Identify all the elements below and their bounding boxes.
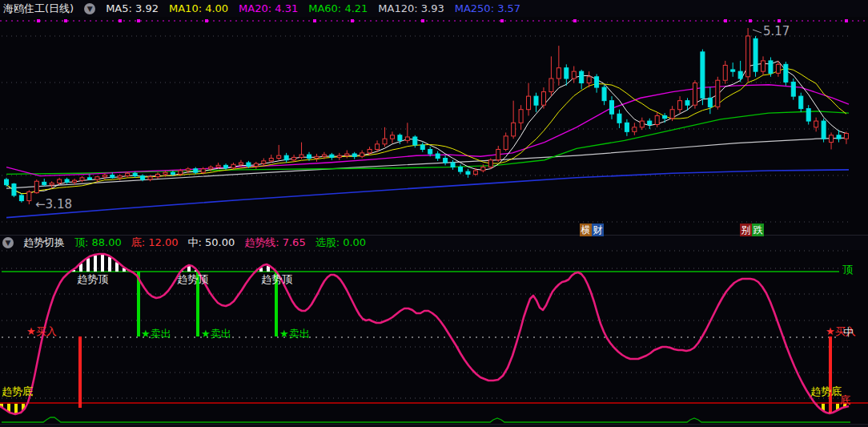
indicator-bottom-value: 底: 12.00 [131, 236, 179, 250]
sell-label: ★卖出 [141, 328, 171, 340]
sell-label: ★卖出 [201, 328, 231, 340]
indicator-title: 趋势切换 [23, 236, 65, 250]
trend-top-label: 趋势顶 [177, 274, 208, 285]
axis-mid-label: 中 [843, 327, 854, 338]
main-chart-header: 海鸥住工(日线) ▼ MA5: 3.92 MA10: 4.00 MA20: 4.… [0, 0, 868, 17]
indicator-select-value: 选股: 0.00 [315, 236, 366, 250]
event-marker-badge: 横财 [580, 224, 604, 236]
indicator-top-value: 顶: 88.00 [74, 236, 122, 250]
indicator-trendline-value: 趋势线: 7.65 [244, 236, 305, 250]
trend-curve [0, 254, 849, 414]
trend-top-bottom-fills [0, 255, 846, 414]
buy-sell-signal-bars [78, 272, 832, 412]
indicator-mid-value: 中: 50.00 [187, 236, 235, 250]
chevron-down-icon[interactable]: ▼ [84, 3, 95, 14]
chevron-down-icon[interactable]: ▼ [2, 237, 14, 248]
ma120-label: MA120: 3.93 [378, 2, 444, 14]
buy-label: ★买入 [26, 326, 57, 337]
ma10-label: MA10: 4.00 [169, 2, 228, 14]
trend-bottom-label: 趋势底 [2, 386, 33, 397]
sell-label: ★卖出 [279, 328, 310, 340]
trend-top-label: 趋势顶 [77, 274, 108, 285]
high-price-annotation: 5.17 [763, 24, 790, 38]
bottom-strip [0, 424, 868, 427]
sub-chart-gridlines [0, 251, 868, 422]
ma20-label: MA20: 4.31 [239, 2, 298, 14]
low-price-annotation: ←3.18 [35, 197, 72, 211]
price-annotations [753, 30, 762, 33]
main-chart-gridlines [2, 36, 852, 222]
ma250-label: MA250: 3.57 [455, 2, 520, 14]
ma60-label: MA60: 4.21 [308, 2, 368, 14]
moving-average-lines [6, 61, 849, 217]
trend-top-label: 趋势顶 [261, 274, 292, 285]
ma5-label: MA5: 3.92 [106, 2, 159, 14]
main-chart-top-dotted-line [0, 19, 868, 22]
axis-top-label: 顶 [842, 264, 853, 276]
chart-canvas[interactable] [0, 0, 868, 427]
indicator-header: ▼ 趋势切换 顶: 88.00 底: 12.00 中: 50.00 趋势线: 7… [0, 236, 868, 250]
stock-title: 海鸥住工(日线) [3, 2, 74, 16]
trading-app-window: 海鸥住工(日线) ▼ MA5: 3.92 MA10: 4.00 MA20: 4.… [0, 0, 868, 427]
trend-bottom-label: 趋势底 [810, 386, 842, 397]
event-marker-badge: 别跌 [740, 224, 764, 236]
axis-bottom-label: 底 [840, 395, 850, 406]
